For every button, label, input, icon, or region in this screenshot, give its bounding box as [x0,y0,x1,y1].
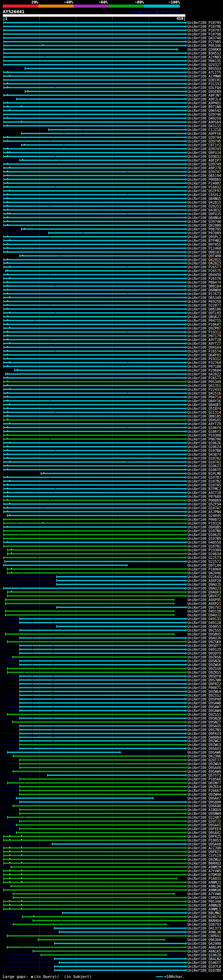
alignment-bar[interactable] [4,262,185,264]
hit-label[interactable]: UniRef100_O49129 [188,648,221,651]
alignment-bar[interactable] [20,763,185,764]
alignment-bar[interactable] [4,26,185,27]
alignment-bar[interactable] [4,347,185,348]
alignment-bar[interactable] [4,118,185,119]
alignment-bar[interactable] [4,56,185,58]
alignment-bar[interactable] [48,775,185,776]
alignment-bar[interactable] [20,737,185,738]
alignment-bar[interactable] [20,759,185,760]
alignment-bar[interactable] [20,710,185,711]
hit-label[interactable]: UniRef100_Q107B8 [188,449,221,453]
hit-label[interactable]: UniRef100_P07689 [188,495,221,498]
alignment-bar[interactable] [4,469,185,470]
alignment-bar[interactable] [4,358,185,360]
alignment-bar[interactable] [4,156,185,157]
alignment-bar[interactable] [4,194,185,196]
alignment-bar[interactable] [4,331,185,333]
hit-label[interactable]: UniRef100_Q42046 [188,571,221,575]
alignment-bar[interactable] [4,557,185,558]
alignment-bar[interactable] [8,714,185,715]
alignment-bar[interactable] [4,328,185,329]
alignment-bar[interactable] [4,87,185,88]
alignment-bar[interactable] [4,209,185,211]
hit-label[interactable]: UniRef100_P10053 [188,838,221,842]
alignment-bar[interactable] [4,458,185,459]
alignment-bar[interactable] [20,786,185,788]
hit-label[interactable]: UniRef100_Q106Y7 [188,961,221,965]
alignment-bar[interactable] [4,461,185,463]
hit-label[interactable]: UniRef100_P07089 [188,231,221,235]
hit-label[interactable]: UniRef100_P10796 [188,25,221,29]
hit-label[interactable]: UniRef100_Q9S7X1 [188,606,221,609]
alignment-bar[interactable] [4,400,185,401]
alignment-bar[interactable] [4,30,185,31]
hit-label[interactable]: UniRef100_C5Y519 [188,854,221,858]
alignment-bar[interactable] [4,106,185,107]
alignment-bar[interactable] [20,691,185,692]
alignment-bar[interactable] [4,95,185,96]
hit-label[interactable]: UniRef100_A9PJL4 [188,97,221,101]
hit-label[interactable]: UniRef100_Q5I8Y4 [188,407,221,410]
hit-label[interactable]: UniRef100_O24045 [188,514,221,518]
alignment-bar[interactable] [20,645,185,646]
alignment-bar[interactable] [4,171,185,172]
hit-label[interactable]: UniRef100_O49128 [188,621,221,625]
hit-label[interactable]: UniRef100_Q9XQB5 [188,525,221,529]
alignment-bar[interactable] [4,324,185,325]
alignment-bar[interactable] [4,519,185,520]
hit-label[interactable]: UniRef100_Q39747 [188,170,221,174]
hit-label[interactable]: UniRef100_P00871 [188,686,221,690]
alignment-bar[interactable] [4,33,185,35]
hit-label[interactable]: UniRef100_Q42815 [188,200,221,204]
alignment-bar[interactable] [4,224,185,226]
hit-label[interactable]: UniRef100_P19309 [188,548,221,552]
hit-label[interactable]: UniRef100_O24634 [188,552,221,556]
alignment-bar[interactable] [4,859,185,860]
hit-label[interactable]: UniRef100_P26574 [188,349,221,353]
hit-label[interactable]: UniRef100_Q38793 [188,923,221,926]
alignment-bar[interactable] [20,676,185,677]
hit-label[interactable]: UniRef100_Q5ZF97 [188,189,221,193]
hit-label[interactable]: UniRef100_Q39749 [188,162,221,166]
hit-label[interactable]: UniRef100_Q39746 [188,113,221,116]
hit-label[interactable]: UniRef100_Q42900 [188,942,221,946]
alignment-bar[interactable] [8,549,185,550]
alignment-bar[interactable] [8,817,185,818]
hit-label[interactable]: UniRef100_P10647 [188,323,221,326]
hit-label[interactable]: UniRef100_Q9FEE4 [188,827,221,831]
alignment-bar[interactable] [8,591,185,593]
alignment-bar[interactable] [20,687,185,688]
alignment-bar[interactable] [4,190,185,192]
hit-label[interactable]: UniRef100_P00872 [188,518,221,522]
alignment-bar[interactable] [4,79,185,81]
alignment-bar[interactable] [4,526,185,528]
alignment-bar[interactable] [20,255,185,256]
hit-label[interactable]: UniRef100_B9T1N0 [188,105,221,109]
hit-label[interactable]: UniRef100_O65349 [188,296,221,300]
alignment-bar[interactable] [4,110,185,111]
hit-label[interactable]: UniRef100_B3H5S2 [188,51,221,55]
hit-label[interactable]: UniRef100_P17673 [188,292,221,296]
alignment-bar[interactable] [20,744,185,745]
alignment-bar[interactable] [4,901,185,902]
alignment-bar[interactable] [4,546,185,547]
hit-label[interactable]: UniRef100_Q9SAW4 [188,709,221,713]
hit-label[interactable]: UniRef100_Q9S7N3 [188,728,221,732]
alignment-bar[interactable] [49,232,185,234]
alignment-bar[interactable] [4,244,185,245]
hit-label[interactable]: UniRef100_Q6RWD8 [188,288,221,292]
alignment-bar[interactable] [20,695,185,696]
hit-label[interactable]: UniRef100_Q9AUJ6 [188,636,221,640]
hit-label[interactable]: UniRef100_Q9SNZ8 [188,716,221,720]
alignment-bar[interactable] [20,828,185,829]
alignment-bar[interactable] [4,840,185,841]
alignment-bar[interactable] [33,950,185,952]
alignment-bar[interactable] [4,309,185,310]
hit-label[interactable]: UniRef100_Q64FQ1 [188,353,221,357]
hit-label[interactable]: UniRef100_Q39743 [188,147,221,151]
hit-label[interactable]: UniRef100_Q9ZWG7 [188,739,221,743]
alignment-bar[interactable] [8,671,185,673]
alignment-bar[interactable] [4,477,185,478]
hit-label[interactable]: UniRef100_O48550 [188,541,221,544]
alignment-bar[interactable] [4,488,185,490]
